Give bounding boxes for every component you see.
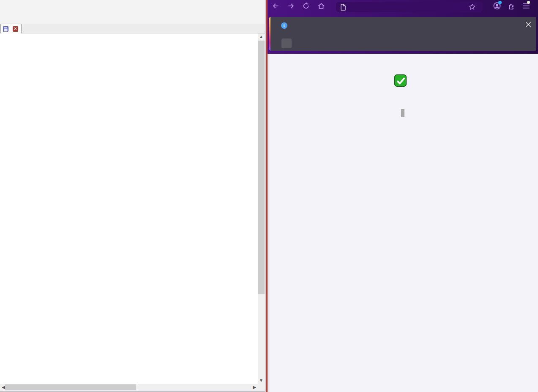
vscroll-thumb[interactable] xyxy=(258,41,265,294)
notepadpp-window: ✕ ▲ ▼ ◀ ▶ xyxy=(0,0,268,392)
browser-content xyxy=(268,54,538,392)
tab-close-icon[interactable]: ✕ xyxy=(13,26,18,32)
menu-icon[interactable] xyxy=(523,3,530,9)
back-icon[interactable] xyxy=(272,2,279,10)
back-link-wrap xyxy=(279,109,526,117)
hscroll-thumb[interactable] xyxy=(5,384,136,390)
address-bar[interactable] xyxy=(336,2,483,12)
scroll-down-arrow[interactable]: ▼ xyxy=(258,377,265,384)
window-close-button[interactable] xyxy=(257,5,266,12)
bookmark-star-icon[interactable] xyxy=(469,3,476,11)
tab-index-html[interactable]: ✕ xyxy=(0,24,22,33)
scroll-up-arrow[interactable]: ▲ xyxy=(258,33,265,40)
notification-accent-stripe xyxy=(269,17,271,51)
reload-icon[interactable] xyxy=(302,2,310,10)
tab-bar: ✕ xyxy=(0,24,266,33)
scrollbar-corner xyxy=(258,384,265,391)
back-link[interactable] xyxy=(401,109,404,117)
screen: ✕ ▲ ▼ ◀ ▶ xyxy=(0,0,538,392)
page-header xyxy=(279,73,526,89)
page-icon xyxy=(340,4,346,11)
page-body xyxy=(271,57,535,125)
scroll-right-arrow[interactable]: ▶ xyxy=(251,384,258,391)
restart-firefox-button[interactable] xyxy=(281,38,292,48)
menubar-row-2 xyxy=(0,5,266,13)
info-icon: i xyxy=(281,22,287,29)
page-title xyxy=(279,73,526,89)
account-notification-badge xyxy=(498,1,502,4)
editor-vertical-scrollbar[interactable]: ▲ ▼ xyxy=(258,33,265,384)
menubar-row-1 xyxy=(0,0,266,5)
toolbar xyxy=(0,13,266,24)
saved-file-icon xyxy=(3,26,8,32)
menu-notification-badge xyxy=(527,1,530,4)
home-icon[interactable] xyxy=(317,2,325,10)
firefox-window: i xyxy=(268,0,538,392)
notification-bar: i xyxy=(269,17,536,51)
editor-horizontal-scrollbar[interactable]: ◀ ▶ xyxy=(0,384,258,391)
extensions-icon[interactable] xyxy=(508,3,515,10)
forward-icon[interactable] xyxy=(287,2,295,10)
check-mark-emoji xyxy=(394,74,407,87)
notification-close-icon[interactable] xyxy=(525,21,532,28)
code-editor[interactable] xyxy=(0,33,258,384)
